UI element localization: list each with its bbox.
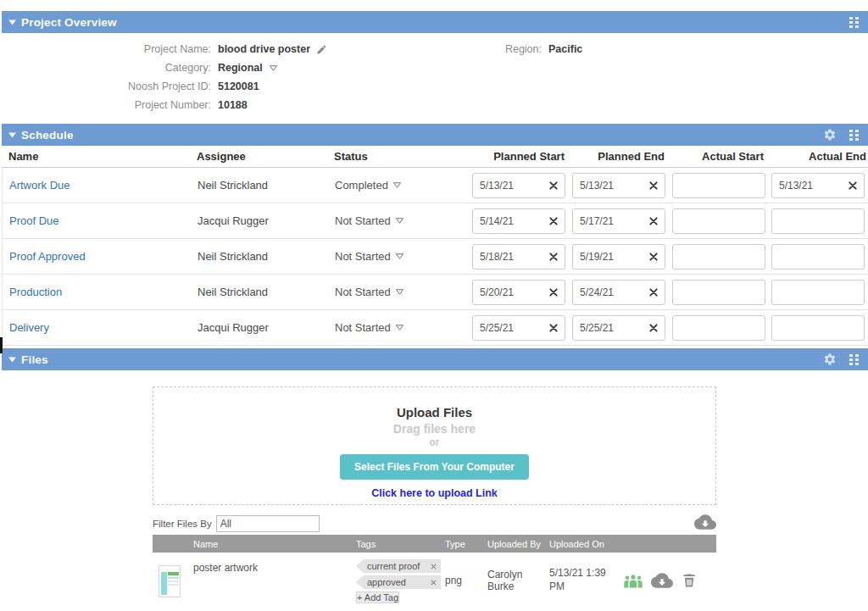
schedule-table-row: Artwork Due Neil Strickland Completed 5/… — [2, 168, 868, 203]
planned-end-input[interactable]: 5/24/21 — [572, 280, 665, 305]
group-people-icon[interactable] — [623, 574, 643, 588]
task-assignee: Neil Strickland — [198, 179, 335, 192]
remove-tag-icon[interactable] — [431, 580, 437, 586]
collapse-caret-icon[interactable] — [8, 19, 16, 25]
task-status-dropdown[interactable]: Not Started — [335, 214, 465, 227]
project-overview-header[interactable]: Project Overview — [2, 11, 868, 33]
actual-start-input[interactable] — [672, 315, 765, 341]
noosh-project-id-value: 5120081 — [218, 81, 259, 92]
actual-start-input[interactable] — [672, 173, 765, 198]
task-assignee: Neil Strickland — [198, 286, 335, 298]
planned-end-input[interactable]: 5/25/21 — [572, 315, 665, 341]
schedule-column-headers: Name Assignee Status Planned Start Plann… — [2, 146, 868, 168]
actual-end-input[interactable] — [771, 208, 865, 234]
cloud-download-icon[interactable] — [694, 514, 716, 533]
actual-start-input[interactable] — [672, 244, 765, 269]
settings-gear-icon[interactable] — [823, 128, 837, 142]
task-status-dropdown[interactable]: Completed — [335, 179, 465, 192]
clear-x-icon[interactable] — [649, 217, 658, 225]
trash-icon[interactable] — [681, 572, 698, 589]
planned-end-input[interactable]: 5/19/21 — [572, 244, 665, 269]
project-fields-right: Region: Pacific — [442, 40, 868, 114]
region-value: Pacific — [548, 43, 582, 55]
files-column-headers: Name Tags Type Uploaded By Uploaded On — [153, 535, 716, 553]
file-table-row: poster artwork current proof approved + … — [153, 553, 716, 611]
schedule-section: Schedule Name Assignee Status Planned St… — [2, 124, 868, 346]
project-name-label: Project Name: — [2, 43, 218, 55]
task-name-link[interactable]: Artwork Due — [9, 179, 70, 192]
schedule-rows: Artwork Due Neil Strickland Completed 5/… — [2, 168, 868, 346]
pencil-icon[interactable] — [316, 44, 327, 55]
tag-chip: current proof — [356, 559, 441, 573]
dropdown-arrow-icon[interactable] — [269, 64, 278, 72]
task-status-dropdown[interactable]: Not Started — [335, 321, 465, 334]
upload-dropzone[interactable]: Upload Files Drag files here or Select F… — [153, 386, 716, 505]
clear-x-icon[interactable] — [649, 181, 658, 190]
task-name-link[interactable]: Production — [9, 286, 62, 298]
col-actual-end: Actual End — [764, 150, 868, 163]
collapse-caret-icon[interactable] — [8, 357, 16, 363]
grid-menu-icon[interactable] — [849, 129, 860, 141]
task-assignee: Neil Strickland — [198, 250, 335, 263]
actual-end-input[interactable]: 5/13/21 — [771, 173, 865, 198]
planned-start-input[interactable]: 5/18/21 — [472, 244, 565, 269]
page: Project Overview Project Name: blood dri… — [0, 11, 868, 611]
clear-x-icon[interactable] — [649, 324, 658, 332]
files-section: Files Upload Files Drag files here or Se… — [2, 348, 868, 611]
clear-x-icon[interactable] — [649, 253, 658, 261]
task-name-link[interactable]: Proof Approved — [9, 250, 86, 263]
fcol-uploaded-on: Uploaded On — [549, 539, 615, 549]
clear-x-icon[interactable] — [549, 217, 558, 225]
fcol-name: Name — [153, 539, 356, 549]
add-tag-button[interactable]: + Add Tag — [356, 592, 399, 603]
cloud-download-icon[interactable] — [651, 573, 673, 588]
actual-end-input[interactable] — [771, 280, 865, 305]
planned-end-input[interactable]: 5/13/21 — [572, 173, 665, 198]
planned-start-input[interactable]: 5/13/21 — [472, 173, 565, 198]
planned-start-input[interactable]: 5/20/21 — [472, 280, 565, 305]
filter-files-input[interactable] — [216, 515, 320, 532]
file-tags: current proof approved + Add Tag — [356, 559, 445, 604]
remove-tag-icon[interactable] — [431, 564, 437, 569]
actual-end-input[interactable] — [771, 315, 865, 341]
schedule-header[interactable]: Schedule — [2, 124, 868, 146]
settings-gear-icon[interactable] — [823, 353, 837, 366]
clear-x-icon[interactable] — [549, 253, 558, 261]
grid-menu-icon[interactable] — [849, 353, 860, 365]
upload-link-link[interactable]: Click here to upload Link — [153, 487, 715, 499]
clear-x-icon[interactable] — [549, 288, 558, 297]
files-header[interactable]: Files — [2, 348, 868, 370]
fcol-uploaded-by: Uploaded By — [487, 539, 549, 549]
col-name: Name — [2, 150, 197, 163]
planned-start-input[interactable]: 5/25/21 — [472, 315, 565, 341]
category-label: Category: — [2, 62, 218, 74]
actual-start-input[interactable] — [672, 208, 765, 234]
filter-files-by-label: Filter Files By — [153, 519, 212, 529]
clear-x-icon[interactable] — [849, 181, 857, 190]
planned-start-input[interactable]: 5/14/21 — [472, 208, 565, 234]
actual-end-input[interactable] — [771, 244, 865, 269]
col-assignee: Assignee — [197, 150, 334, 163]
task-status-dropdown[interactable]: Not Started — [335, 250, 465, 263]
collapse-caret-icon[interactable] — [8, 132, 16, 138]
planned-end-input[interactable]: 5/17/21 — [572, 208, 665, 234]
schedule-table-row: Proof Due Jacqui Rugger Not Started 5/14… — [2, 203, 868, 239]
clear-x-icon[interactable] — [649, 288, 658, 297]
upload-files-heading: Upload Files — [153, 405, 715, 419]
actual-start-input[interactable] — [672, 280, 765, 305]
col-planned-start: Planned Start — [465, 150, 565, 163]
file-thumbnail[interactable] — [159, 565, 181, 597]
clear-x-icon[interactable] — [549, 181, 558, 190]
task-name-link[interactable]: Delivery — [9, 321, 49, 334]
or-text: or — [153, 436, 715, 448]
col-status: Status — [334, 150, 465, 163]
grid-menu-icon[interactable] — [849, 16, 860, 28]
file-type: png — [445, 575, 487, 586]
task-status-dropdown[interactable]: Not Started — [335, 286, 465, 298]
project-overview-section: Project Overview Project Name: blood dri… — [2, 11, 868, 121]
task-name-link[interactable]: Proof Due — [9, 214, 59, 227]
fcol-tags: Tags — [356, 539, 445, 549]
select-files-button[interactable]: Select Files From Your Computer — [340, 454, 529, 480]
col-actual-start: Actual Start — [665, 150, 764, 163]
clear-x-icon[interactable] — [549, 324, 558, 332]
